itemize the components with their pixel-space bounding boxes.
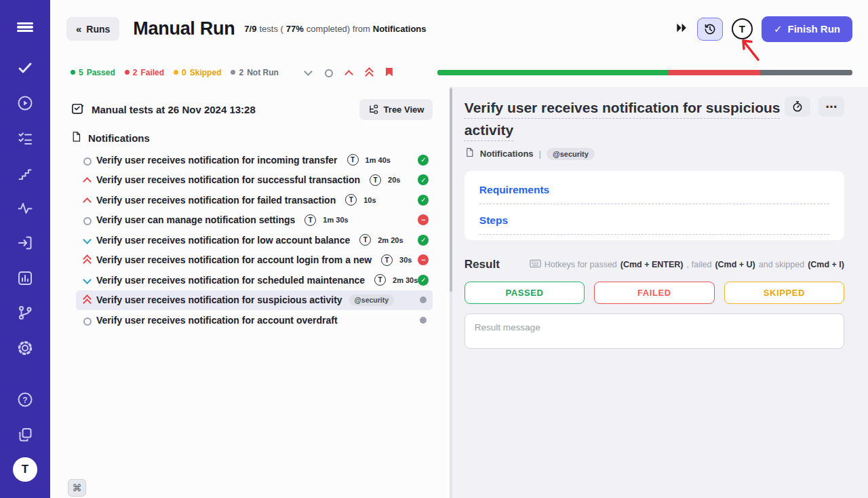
circle-priority-icon[interactable] bbox=[323, 68, 333, 77]
result-message-input[interactable] bbox=[465, 313, 844, 349]
detail-test-title[interactable]: Verify user receives notification for su… bbox=[465, 96, 785, 141]
topbar: « Runs Manual Run 7/9 tests ( 77% comple… bbox=[50, 0, 868, 58]
test-row[interactable]: Verify user receives notification for ac… bbox=[76, 250, 433, 271]
status-icon bbox=[418, 275, 429, 286]
ellipsis-icon: ⋯ bbox=[826, 100, 837, 114]
percent-complete: 77% bbox=[286, 24, 304, 34]
stopwatch-button[interactable] bbox=[785, 96, 810, 117]
test-title: Verify user receives notification for ac… bbox=[96, 315, 338, 326]
test-title: Verify user receives notification for fa… bbox=[96, 195, 336, 206]
sign-in-icon[interactable] bbox=[16, 234, 34, 252]
steps-icon[interactable] bbox=[16, 165, 34, 183]
passed-count: 5 Passed bbox=[71, 68, 115, 77]
failed-button[interactable]: FAILED bbox=[594, 282, 714, 304]
bar-chart-icon[interactable] bbox=[16, 269, 34, 287]
gear-icon[interactable] bbox=[16, 339, 34, 357]
back-to-runs-label: Runs bbox=[86, 24, 110, 35]
chevron-down-icon[interactable] bbox=[303, 68, 313, 77]
passed-button[interactable]: PASSED bbox=[465, 282, 585, 304]
test-duration: 10s bbox=[363, 196, 376, 204]
test-row[interactable]: Verify user receives notification for fa… bbox=[76, 190, 433, 210]
status-icon bbox=[418, 254, 429, 265]
fast-forward-icon[interactable] bbox=[676, 22, 688, 36]
security-tag: @security bbox=[349, 294, 395, 306]
notrun-count: 2 Not Run bbox=[231, 68, 278, 77]
checklist-icon[interactable] bbox=[16, 130, 34, 147]
status-icon bbox=[418, 214, 429, 225]
test-row[interactable]: Verify user receives notification for ac… bbox=[76, 310, 433, 330]
command-shortcut-button[interactable]: ⌘ bbox=[68, 479, 86, 497]
hotkeys-hint: Hotkeys for passed (Cmd + ENTER) , faile… bbox=[530, 259, 844, 270]
test-duration: 1m 30s bbox=[323, 216, 348, 224]
test-row[interactable]: Verify user can manage notification sett… bbox=[76, 210, 433, 231]
detail-sections-card: Requirements Steps bbox=[465, 171, 844, 240]
breadcrumb: Notifications | @security bbox=[465, 147, 844, 160]
test-row[interactable]: Verify user receives notification for in… bbox=[76, 150, 433, 170]
testomat-badge-icon: T bbox=[304, 214, 316, 226]
test-duration: 2m 30s bbox=[393, 276, 418, 284]
tree-view-button[interactable]: Tree View bbox=[359, 99, 433, 120]
file-icon bbox=[71, 131, 82, 145]
test-title: Verify user can manage notification sett… bbox=[96, 214, 295, 225]
skipped-button[interactable]: SKIPPED bbox=[724, 282, 844, 304]
test-row-selected[interactable]: Verify user receives notification for su… bbox=[76, 290, 433, 311]
branch-icon[interactable] bbox=[16, 304, 34, 322]
test-title: Verify user receives notification for sc… bbox=[96, 275, 365, 286]
history-button[interactable] bbox=[697, 18, 723, 41]
test-row[interactable]: Verify user receives notification for sc… bbox=[76, 270, 433, 290]
testomat-badge-icon: T bbox=[347, 154, 359, 166]
pulse-icon[interactable] bbox=[16, 199, 34, 217]
account-avatar[interactable]: T bbox=[732, 18, 753, 39]
test-duration: 2m 20s bbox=[378, 236, 403, 244]
security-tag[interactable]: @security bbox=[547, 148, 595, 160]
testomat-badge-icon: T bbox=[370, 174, 381, 186]
bookmark-icon[interactable] bbox=[384, 68, 394, 77]
file-icon bbox=[465, 147, 475, 160]
skipped-dot-icon bbox=[174, 70, 178, 75]
failed-count: 2 Failed bbox=[125, 68, 164, 77]
testomat-badge-icon: T bbox=[381, 254, 393, 266]
help-icon[interactable]: ? bbox=[16, 391, 34, 408]
scrollbar-thumb[interactable] bbox=[450, 88, 452, 292]
suite-group-row[interactable]: Notifications bbox=[50, 131, 448, 145]
passed-dot-icon bbox=[71, 70, 75, 75]
test-detail-panel: Verify user receives notification for su… bbox=[452, 87, 868, 498]
more-options-button[interactable]: ⋯ bbox=[818, 96, 844, 117]
tests-fraction: 7/9 bbox=[244, 24, 256, 34]
priority-icon bbox=[81, 254, 92, 265]
skipped-count: 0 Skipped bbox=[174, 68, 221, 77]
svg-text:?: ? bbox=[22, 396, 27, 405]
menu-icon[interactable] bbox=[16, 18, 34, 36]
status-icon bbox=[418, 195, 429, 206]
chevron-up-icon[interactable] bbox=[344, 68, 353, 77]
double-chevron-up-icon[interactable] bbox=[364, 68, 374, 77]
play-circle-icon[interactable] bbox=[16, 94, 34, 112]
test-duration: 1m 40s bbox=[366, 156, 391, 164]
command-key-icon: ⌘ bbox=[73, 482, 82, 493]
tree-icon bbox=[368, 104, 378, 115]
scrollbar bbox=[448, 87, 452, 498]
requirements-link[interactable]: Requirements bbox=[479, 174, 829, 204]
check-icon: ✓ bbox=[774, 23, 783, 35]
keyboard-icon bbox=[530, 259, 541, 270]
priority-icon bbox=[81, 174, 92, 185]
history-clock-icon bbox=[703, 22, 717, 36]
double-chevron-left-icon: « bbox=[76, 23, 81, 35]
progress-notrun-segment bbox=[760, 70, 852, 75]
steps-link[interactable]: Steps bbox=[479, 204, 829, 235]
breadcrumb-suite[interactable]: Notifications bbox=[480, 149, 534, 159]
test-row[interactable]: Verify user receives notification for su… bbox=[76, 170, 433, 191]
test-list-panel: Manual tests at 26 Nov 2024 13:28 Tree V… bbox=[50, 87, 448, 498]
avatar-letter: T bbox=[739, 23, 745, 35]
finish-run-button[interactable]: ✓ Finish Run bbox=[762, 16, 852, 42]
priority-icon bbox=[81, 155, 92, 166]
page-title: Manual Run bbox=[133, 18, 235, 39]
copy-icon[interactable] bbox=[16, 426, 34, 444]
priority-icon bbox=[81, 195, 92, 206]
result-heading: Result bbox=[465, 258, 500, 271]
run-progress-subtitle: 7/9 tests ( 77% completed) from Notifica… bbox=[244, 24, 426, 34]
test-row[interactable]: Verify user receives notification for lo… bbox=[76, 230, 433, 250]
testomat-badge-icon: T bbox=[345, 194, 357, 206]
back-to-runs-button[interactable]: « Runs bbox=[66, 17, 119, 41]
check-icon[interactable] bbox=[16, 59, 34, 77]
